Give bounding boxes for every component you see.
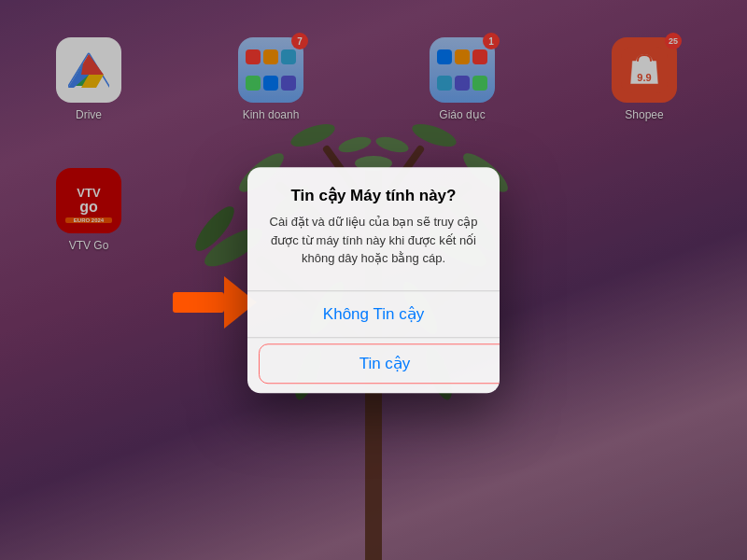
trust-dialog: Tin cậy Máy tính này? Cài đặt và dữ liệu… [247, 167, 500, 393]
trust-button[interactable]: Tin cậy [259, 343, 500, 384]
dialog-btn-divider [247, 337, 500, 338]
dialog-buttons: Không Tin cậy Tin cậy [247, 291, 500, 393]
dialog-message: Cài đặt và dữ liệu của bạn sẽ truy cập đ… [262, 213, 485, 268]
not-trust-button[interactable]: Không Tin cậy [247, 291, 500, 337]
arrow-indicator [173, 276, 257, 329]
dialog-content: Tin cậy Máy tính này? Cài đặt và dữ liệu… [247, 167, 500, 275]
arrow-body [173, 292, 224, 313]
dialog-title: Tin cậy Máy tính này? [262, 186, 485, 205]
